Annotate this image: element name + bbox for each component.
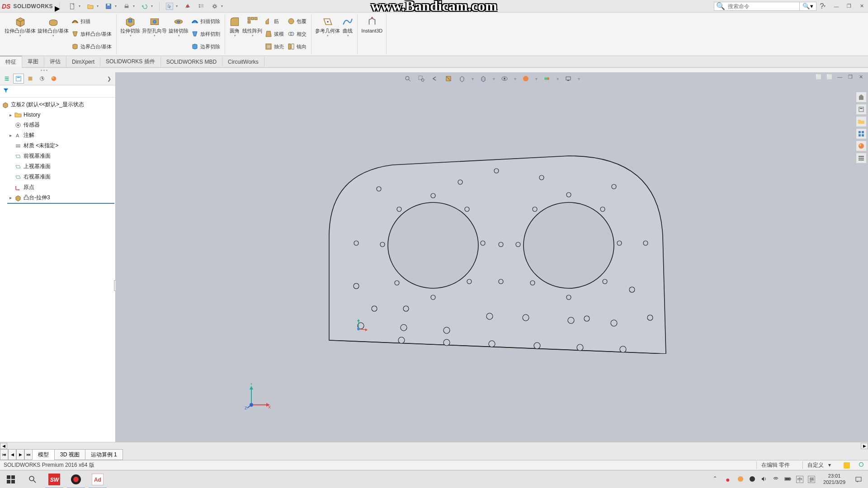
doc-minimize-icon[interactable]: —	[837, 74, 844, 80]
tree-extrude-feature[interactable]: ▸凸台-拉伸3	[7, 192, 114, 204]
tab-nav-first[interactable]: ⏮	[0, 449, 8, 460]
doc-tab-model[interactable]: 模型	[32, 449, 55, 460]
tab-sketch[interactable]: 草图	[22, 56, 44, 67]
doc-tab-motion[interactable]: 运动算例 1	[85, 449, 123, 460]
zoom-fit-icon[interactable]	[404, 75, 412, 83]
tree-sensors[interactable]: 传感器	[7, 120, 114, 130]
swept-cut-button[interactable]: 扫描切除	[189, 15, 222, 28]
display-style-icon[interactable]	[479, 75, 487, 83]
tray-record-icon[interactable]: ●	[726, 476, 733, 483]
ref-geometry-button[interactable]: 参考几何体▾	[314, 15, 341, 53]
doc-restore-icon[interactable]: ❐	[848, 74, 854, 80]
tree-top-plane[interactable]: 上视基准面	[7, 161, 114, 172]
status-rebuild-icon[interactable]	[858, 461, 864, 469]
custom-props-icon[interactable]	[856, 153, 867, 164]
taskbar-app-ad[interactable]: Ad	[87, 470, 108, 488]
close-button[interactable]: ✕	[857, 3, 866, 10]
taskbar-search-icon[interactable]	[22, 470, 43, 488]
feature-manager-tab[interactable]	[1, 74, 12, 84]
tab-sw-mbd[interactable]: SOLIDWORKS MBD	[161, 57, 222, 67]
design-library-icon[interactable]	[856, 104, 867, 115]
boundary-boss-button[interactable]: 边界凸台/基体	[70, 40, 113, 53]
doc-aux-icon[interactable]: ⬜	[816, 74, 822, 80]
tree-history[interactable]: ▸History	[7, 110, 114, 120]
tray-chevron-up-icon[interactable]: ˆ	[714, 476, 721, 483]
linear-pattern-button[interactable]: 线性阵列▾	[241, 15, 263, 53]
options-icon[interactable]	[198, 3, 205, 10]
view-settings-icon[interactable]	[564, 75, 572, 83]
view-triad[interactable]: Y X Z	[245, 383, 272, 410]
intersect-button[interactable]: 相交	[286, 28, 308, 40]
save-icon[interactable]	[105, 3, 112, 10]
tree-front-plane[interactable]: 前视基准面	[7, 151, 114, 161]
appearances-icon[interactable]	[856, 141, 867, 151]
scroll-left[interactable]: ◀	[0, 443, 7, 449]
tray-volume-icon[interactable]	[761, 476, 768, 483]
configuration-manager-tab[interactable]	[25, 74, 36, 84]
tab-nav-last[interactable]: ⏭	[24, 449, 33, 460]
extrude-boss-button[interactable]: 拉伸凸台/基体▾	[4, 15, 37, 53]
instant3d-button[interactable]: Instant3D	[360, 15, 383, 53]
tab-dimxpert[interactable]: DimXpert	[66, 57, 100, 67]
tab-evaluate[interactable]: 评估	[44, 56, 66, 67]
tree-root[interactable]: 立板2 (默认<<默认>_显示状态	[1, 99, 114, 110]
curves-button[interactable]: 曲线▾	[341, 15, 354, 53]
loft-boss-button[interactable]: 放样凸台/基体	[70, 28, 113, 40]
tray-wifi-icon[interactable]	[773, 476, 780, 483]
status-custom[interactable]: 自定义 ▾	[802, 461, 835, 469]
undo-icon[interactable]	[141, 3, 148, 10]
tab-sw-addins[interactable]: SOLIDWORKS 插件	[100, 56, 161, 67]
rebuild-icon[interactable]	[184, 3, 191, 10]
tray-app-icon-1[interactable]	[737, 476, 745, 483]
tab-nav-prev[interactable]: ◀	[8, 449, 16, 460]
extrude-cut-button[interactable]: 拉伸切除▾	[119, 15, 141, 53]
previous-view-icon[interactable]	[431, 75, 439, 83]
new-file-icon[interactable]	[69, 3, 76, 10]
notification-center-icon[interactable]	[854, 470, 863, 488]
tray-battery-icon[interactable]	[784, 476, 792, 483]
tree-right-plane[interactable]: 右视基准面	[7, 172, 114, 182]
hole-wizard-button[interactable]: 异型孔向导▾	[141, 15, 168, 53]
tray-ime-1[interactable]: 中	[796, 476, 803, 483]
tray-ime-2[interactable]: 拼	[808, 476, 815, 483]
status-warning-icon[interactable]	[844, 462, 850, 469]
fillet-button[interactable]: 圆角▾	[228, 15, 241, 53]
select-icon[interactable]	[166, 3, 173, 10]
tab-nav-next[interactable]: ▶	[16, 449, 24, 460]
start-button[interactable]	[0, 470, 22, 488]
open-file-icon[interactable]	[87, 3, 94, 10]
wrap-button[interactable]: 包覆	[286, 15, 308, 28]
filter-icon[interactable]	[3, 87, 9, 95]
minimize-button[interactable]: —	[832, 3, 841, 10]
taskbar-clock[interactable]: 23:01 2021/3/29	[820, 473, 849, 485]
tree-annotations[interactable]: ▸A注解	[7, 130, 114, 141]
horizontal-scrollbar[interactable]: ◀ ▶	[0, 442, 868, 449]
tab-circuitworks[interactable]: CircuitWorks	[222, 57, 264, 67]
display-manager-tab[interactable]	[48, 74, 59, 84]
doc-close-icon[interactable]: ✕	[859, 74, 865, 80]
file-explorer-icon[interactable]	[856, 116, 867, 127]
doc-tab-3dview[interactable]: 3D 视图	[54, 449, 85, 460]
loft-cut-button[interactable]: 放样切割	[189, 28, 222, 40]
zoom-area-icon[interactable]	[417, 75, 425, 83]
mirror-button[interactable]: 镜向	[286, 40, 308, 53]
edit-appearance-icon[interactable]	[522, 75, 530, 83]
scroll-right[interactable]: ▶	[861, 443, 868, 449]
tray-app-icon-2[interactable]	[749, 476, 756, 483]
sw-resources-icon[interactable]	[856, 92, 867, 103]
search-dropdown-button[interactable]: 🔍▾	[799, 2, 816, 10]
apply-scene-icon[interactable]	[543, 75, 551, 83]
panel-tabs-more[interactable]: ❯	[104, 76, 114, 82]
doc-aux-icon-2[interactable]: ⬜	[826, 74, 833, 80]
rib-button[interactable]: 筋	[263, 15, 286, 28]
search-input[interactable]	[727, 3, 799, 9]
tree-material[interactable]: 材质 <未指定>	[7, 141, 114, 151]
restore-button[interactable]: ❐	[844, 3, 854, 10]
boundary-cut-button[interactable]: 边界切除	[189, 40, 222, 53]
swept-boss-button[interactable]: 扫描	[70, 15, 113, 28]
revolve-cut-button[interactable]: 旋转切除▾	[168, 15, 189, 53]
draft-button[interactable]: 拔模	[263, 28, 286, 40]
print-icon[interactable]	[123, 3, 130, 10]
revolve-boss-button[interactable]: 旋转凸台/基体▾	[37, 15, 70, 53]
menu-flyout-arrow[interactable]: ▶	[55, 4, 59, 9]
